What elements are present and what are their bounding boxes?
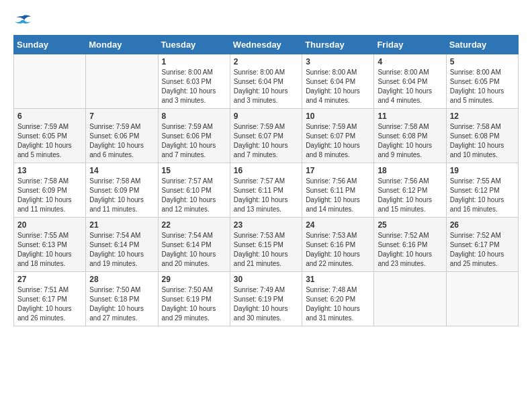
calendar-day-1: 1Sunrise: 8:00 AMSunset: 6:03 PMDaylight…	[158, 54, 230, 109]
day-info: Sunset: 6:17 PM	[450, 240, 515, 250]
day-info: Daylight: 10 hours and 30 minutes.	[234, 304, 298, 323]
day-info: Sunrise: 8:00 AM	[306, 68, 370, 77]
day-info: Daylight: 10 hours and 16 minutes.	[450, 195, 515, 214]
calendar-day-16: 16Sunrise: 7:57 AMSunset: 6:11 PMDayligh…	[230, 163, 302, 218]
day-info: Daylight: 10 hours and 6 minutes.	[89, 141, 154, 160]
day-info: Sunrise: 7:59 AM	[306, 122, 370, 132]
calendar-day-6: 6Sunrise: 7:59 AMSunset: 6:05 PMDaylight…	[14, 109, 86, 163]
calendar-day-31: 31Sunrise: 7:48 AMSunset: 6:20 PMDayligh…	[302, 272, 374, 326]
day-info: Sunrise: 7:52 AM	[450, 231, 515, 240]
day-info: Daylight: 10 hours and 31 minutes.	[306, 304, 370, 323]
day-info: Sunset: 6:15 PM	[234, 240, 298, 250]
day-number: 17	[306, 166, 370, 175]
day-info: Daylight: 10 hours and 7 minutes.	[234, 141, 298, 160]
day-info: Daylight: 10 hours and 23 minutes.	[378, 250, 442, 269]
day-info: Daylight: 10 hours and 8 minutes.	[306, 141, 370, 160]
calendar-day-26: 26Sunrise: 7:52 AMSunset: 6:17 PMDayligh…	[446, 218, 518, 272]
day-info: Sunrise: 7:58 AM	[378, 122, 442, 132]
day-info: Sunrise: 7:51 AM	[17, 285, 82, 295]
day-info: Sunrise: 7:54 AM	[89, 231, 154, 240]
day-info: Sunset: 6:08 PM	[378, 132, 442, 141]
day-info: Sunset: 6:16 PM	[306, 240, 370, 250]
day-info: Sunrise: 7:54 AM	[162, 231, 226, 240]
calendar-day-22: 22Sunrise: 7:54 AMSunset: 6:14 PMDayligh…	[158, 218, 230, 272]
calendar-day-24: 24Sunrise: 7:53 AMSunset: 6:16 PMDayligh…	[302, 218, 374, 272]
day-number: 8	[162, 111, 226, 121]
calendar-week-row: 1Sunrise: 8:00 AMSunset: 6:03 PMDaylight…	[14, 54, 519, 109]
day-info: Sunrise: 7:52 AM	[378, 231, 442, 240]
day-info: Sunset: 6:18 PM	[89, 295, 154, 304]
day-info: Sunrise: 7:48 AM	[306, 285, 370, 295]
day-number: 18	[378, 166, 442, 175]
day-number: 31	[306, 275, 370, 284]
day-info: Sunset: 6:07 PM	[306, 132, 370, 141]
day-info: Sunset: 6:11 PM	[306, 186, 370, 195]
day-info: Sunset: 6:11 PM	[234, 186, 298, 195]
day-info: Daylight: 10 hours and 18 minutes.	[17, 250, 82, 269]
calendar-empty-cell	[14, 54, 86, 109]
day-info: Sunrise: 7:59 AM	[162, 122, 226, 132]
calendar-day-2: 2Sunrise: 8:00 AMSunset: 6:04 PMDaylight…	[230, 54, 302, 109]
calendar-day-19: 19Sunrise: 7:55 AMSunset: 6:12 PMDayligh…	[446, 163, 518, 218]
day-info: Sunrise: 7:57 AM	[234, 177, 298, 186]
day-info: Sunset: 6:04 PM	[234, 77, 298, 87]
calendar-day-17: 17Sunrise: 7:56 AMSunset: 6:11 PMDayligh…	[302, 163, 374, 218]
day-info: Daylight: 10 hours and 29 minutes.	[162, 304, 226, 323]
day-info: Sunset: 6:09 PM	[89, 186, 154, 195]
day-number: 1	[162, 57, 226, 66]
calendar-day-8: 8Sunrise: 7:59 AMSunset: 6:06 PMDaylight…	[158, 109, 230, 163]
day-info: Sunrise: 7:59 AM	[17, 122, 82, 132]
day-info: Daylight: 10 hours and 9 minutes.	[378, 141, 442, 160]
calendar-header-thursday: Thursday	[302, 36, 374, 54]
calendar-header-tuesday: Tuesday	[158, 36, 230, 54]
calendar-header-row: SundayMondayTuesdayWednesdayThursdayFrid…	[14, 36, 519, 54]
calendar-day-11: 11Sunrise: 7:58 AMSunset: 6:08 PMDayligh…	[374, 109, 446, 163]
day-info: Daylight: 10 hours and 7 minutes.	[162, 141, 226, 160]
day-info: Sunrise: 7:59 AM	[89, 122, 154, 132]
calendar-day-20: 20Sunrise: 7:55 AMSunset: 6:13 PMDayligh…	[14, 218, 86, 272]
day-info: Sunrise: 7:58 AM	[17, 177, 82, 186]
calendar-day-29: 29Sunrise: 7:50 AMSunset: 6:19 PMDayligh…	[158, 272, 230, 326]
day-info: Sunrise: 7:56 AM	[378, 177, 442, 186]
day-info: Sunset: 6:19 PM	[162, 295, 226, 304]
day-number: 6	[17, 111, 82, 121]
day-number: 9	[234, 111, 298, 121]
day-number: 3	[306, 57, 370, 66]
day-info: Sunset: 6:05 PM	[450, 77, 515, 87]
day-info: Sunset: 6:20 PM	[306, 295, 370, 304]
day-info: Daylight: 10 hours and 11 minutes.	[89, 195, 154, 214]
calendar-week-row: 13Sunrise: 7:58 AMSunset: 6:09 PMDayligh…	[14, 163, 519, 218]
day-info: Sunset: 6:04 PM	[378, 77, 442, 87]
day-info: Sunset: 6:12 PM	[450, 186, 515, 195]
day-info: Sunset: 6:05 PM	[17, 132, 82, 141]
day-info: Sunrise: 8:00 AM	[450, 68, 515, 77]
day-number: 12	[450, 111, 515, 121]
day-number: 14	[89, 166, 154, 175]
day-info: Daylight: 10 hours and 11 minutes.	[17, 195, 82, 214]
day-number: 22	[162, 220, 226, 230]
logo-bird-icon	[13, 13, 32, 28]
day-info: Daylight: 10 hours and 13 minutes.	[234, 195, 298, 214]
day-info: Sunrise: 7:53 AM	[234, 231, 298, 240]
calendar-header-saturday: Saturday	[446, 36, 518, 54]
day-info: Daylight: 10 hours and 25 minutes.	[450, 250, 515, 269]
day-info: Sunset: 6:08 PM	[450, 132, 515, 141]
calendar-day-18: 18Sunrise: 7:56 AMSunset: 6:12 PMDayligh…	[374, 163, 446, 218]
day-info: Daylight: 10 hours and 4 minutes.	[378, 87, 442, 105]
day-info: Sunset: 6:07 PM	[234, 132, 298, 141]
day-number: 28	[89, 275, 154, 284]
day-number: 25	[378, 220, 442, 230]
day-number: 20	[17, 220, 82, 230]
calendar-empty-cell	[446, 272, 518, 326]
day-info: Sunset: 6:16 PM	[378, 240, 442, 250]
calendar-day-13: 13Sunrise: 7:58 AMSunset: 6:09 PMDayligh…	[14, 163, 86, 218]
day-number: 16	[234, 166, 298, 175]
day-info: Daylight: 10 hours and 27 minutes.	[89, 304, 154, 323]
day-info: Sunrise: 7:59 AM	[234, 122, 298, 132]
calendar-week-row: 20Sunrise: 7:55 AMSunset: 6:13 PMDayligh…	[14, 218, 519, 272]
day-info: Daylight: 10 hours and 20 minutes.	[162, 250, 226, 269]
day-info: Sunrise: 7:49 AM	[234, 285, 298, 295]
day-info: Daylight: 10 hours and 5 minutes.	[450, 87, 515, 105]
calendar-day-9: 9Sunrise: 7:59 AMSunset: 6:07 PMDaylight…	[230, 109, 302, 163]
day-info: Daylight: 10 hours and 3 minutes.	[162, 87, 226, 105]
